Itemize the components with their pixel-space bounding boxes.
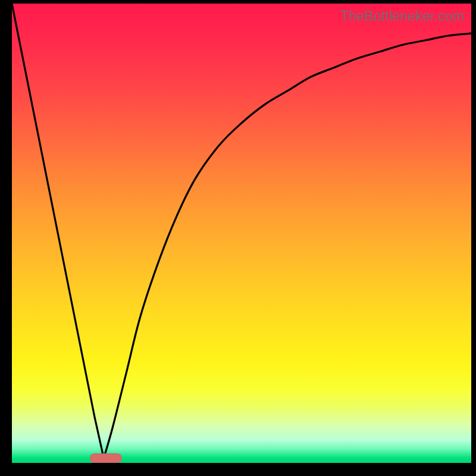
plot-area: TheBottleneker.com (12, 4, 471, 463)
optimal-marker (90, 453, 122, 463)
curve-path (12, 4, 471, 458)
chart-frame: TheBottleneker.com (0, 0, 476, 476)
bottleneck-curve (12, 4, 471, 463)
